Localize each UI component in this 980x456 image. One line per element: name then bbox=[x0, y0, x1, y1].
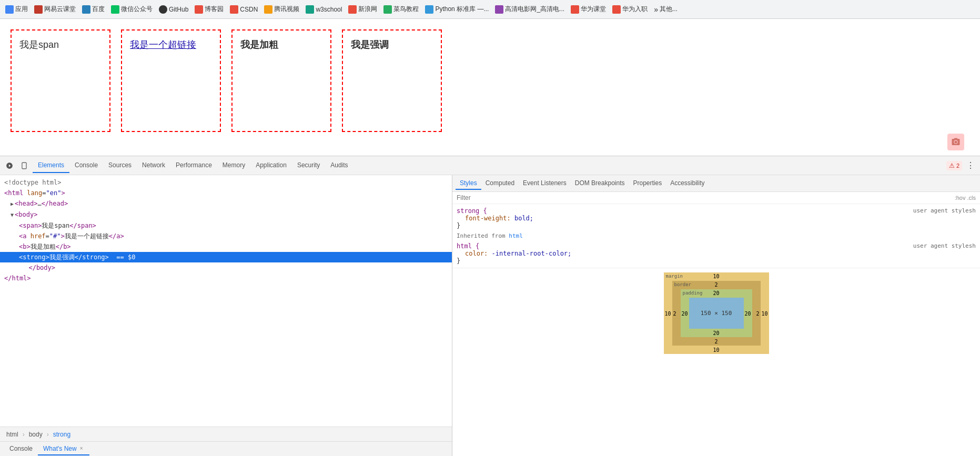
bottom-tab-whats-new[interactable]: What's New × bbox=[38, 443, 89, 455]
box-model-content: 150 × 150 bbox=[689, 298, 744, 329]
favicon-wangyiyun bbox=[34, 5, 43, 14]
span-text: 我是span bbox=[19, 39, 59, 50]
styles-tab-properties[interactable]: Properties bbox=[629, 177, 666, 190]
browser-toolbar: 应用 网易云课堂 百度 微信公众号 GitHub 博客园 CSDN 腾讯视频 w… bbox=[0, 0, 980, 19]
close-whats-new-btn[interactable]: × bbox=[79, 445, 84, 452]
styles-tab-accessibility[interactable]: Accessibility bbox=[666, 177, 709, 190]
code-line-doctype: <!doctype html> bbox=[0, 177, 452, 188]
bold-demo-box: 我是加粗 bbox=[231, 29, 331, 132]
link-text[interactable]: 我是一个超链接 bbox=[130, 39, 196, 50]
bookmark-bokeyuan[interactable]: 博客园 bbox=[191, 4, 227, 15]
tab-application[interactable]: Application bbox=[250, 158, 292, 173]
padding-label-text: padding bbox=[683, 290, 703, 296]
strong-text: 我是强调 bbox=[351, 39, 389, 50]
styles-tabs: Styles Computed Event Listeners DOM Brea… bbox=[452, 175, 980, 192]
padding-bottom-label: 20 bbox=[713, 330, 719, 336]
border-label-text: border bbox=[674, 282, 692, 287]
content-size-label: 150 × 150 bbox=[701, 310, 732, 317]
breadcrumb-sep-1: › bbox=[23, 431, 25, 438]
bookmark-more[interactable]: » 其他... bbox=[651, 4, 681, 15]
devtools-main: <!doctype html> <html lang="en"> ▶<head>… bbox=[0, 175, 980, 456]
device-toggle-btn[interactable] bbox=[18, 159, 31, 172]
tab-performance[interactable]: Performance bbox=[170, 158, 217, 173]
bookmark-github[interactable]: GitHub bbox=[156, 4, 191, 15]
breadcrumb-body[interactable]: body bbox=[27, 430, 45, 439]
code-line-html-close[interactable]: </html> bbox=[0, 273, 452, 283]
border-left-label: 2 bbox=[673, 310, 676, 316]
styles-tab-computed[interactable]: Computed bbox=[481, 177, 519, 190]
screenshot-icon[interactable] bbox=[947, 134, 964, 150]
styles-tab-styles[interactable]: Styles bbox=[456, 177, 481, 190]
code-line-body-close[interactable]: </body> bbox=[0, 262, 452, 273]
bookmark-yingyong[interactable]: 应用 bbox=[2, 4, 31, 15]
padding-left-label: 20 bbox=[682, 310, 688, 316]
padding-right-label: 20 bbox=[744, 310, 751, 316]
box-model-section: 10 10 10 10 margin border 2 2 2 2 bbox=[452, 268, 980, 358]
tab-elements[interactable]: Elements bbox=[33, 158, 69, 173]
favicon-github bbox=[159, 5, 167, 14]
favicon-huawei bbox=[571, 5, 579, 14]
breadcrumb-html[interactable]: html bbox=[4, 430, 21, 439]
bookmark-python[interactable]: Python 标准库 —... bbox=[422, 4, 492, 15]
tab-sources[interactable]: Sources bbox=[103, 158, 137, 173]
inherited-html-link[interactable]: html bbox=[509, 232, 523, 239]
styles-tab-dom-breakpoints[interactable]: DOM Breakpoints bbox=[571, 177, 629, 190]
box-model-padding: padding 20 20 20 20 150 × 150 bbox=[681, 289, 752, 337]
bookmark-w3school[interactable]: w3school bbox=[302, 4, 345, 15]
tab-audits[interactable]: Audits bbox=[325, 158, 353, 173]
bookmark-baidu[interactable]: 百度 bbox=[79, 4, 108, 15]
bookmark-wangyiyun[interactable]: 网易云课堂 bbox=[31, 4, 79, 15]
error-badge: ⚠ 2 bbox=[946, 161, 962, 170]
code-line-anchor[interactable]: <a href="#">我是一个超链接</a> bbox=[0, 231, 452, 241]
box-model-border: border 2 2 2 2 padding 20 20 20 2 bbox=[672, 281, 761, 346]
code-line-body-open[interactable]: ▼<body> bbox=[0, 209, 452, 220]
style-rule-html-selector: html { user agent stylesh bbox=[457, 242, 976, 250]
code-line-strong[interactable]: <strong>我是强调</strong> == $0 bbox=[0, 252, 452, 262]
bottom-tabs-bar: Console What's New × bbox=[0, 441, 452, 456]
svg-point-0 bbox=[954, 140, 957, 143]
bookmark-tengxun[interactable]: 腾讯视频 bbox=[261, 4, 302, 15]
code-line-html[interactable]: <html lang="en"> bbox=[0, 188, 452, 198]
tab-console[interactable]: Console bbox=[69, 158, 103, 173]
page-content: 我是span 我是一个超链接 我是加粗 我是强调 bbox=[0, 19, 980, 156]
styles-filter-hints: :hov .cls bbox=[955, 195, 976, 201]
box-model-margin: 10 10 10 10 margin border 2 2 2 2 bbox=[664, 272, 769, 354]
margin-top-label: 10 bbox=[713, 273, 719, 279]
style-rule-strong: strong { user agent stylesh font-weight:… bbox=[452, 206, 980, 230]
bookmark-gaoqing[interactable]: 高清电影网_高清电... bbox=[492, 4, 568, 15]
favicon-gaoqing bbox=[495, 5, 503, 14]
devtools-topbar: Elements Console Sources Network Perform… bbox=[0, 156, 980, 175]
favicon-csdn bbox=[230, 5, 238, 14]
border-right-label: 2 bbox=[756, 310, 759, 316]
style-rule-strong-close: } bbox=[457, 222, 976, 229]
span-demo-box: 我是span bbox=[11, 29, 110, 132]
bookmark-csdn[interactable]: CSDN bbox=[227, 4, 261, 15]
tab-security[interactable]: Security bbox=[292, 158, 325, 173]
bottom-tab-console[interactable]: Console bbox=[4, 443, 38, 455]
code-line-b[interactable]: <b>我是加粗</b> bbox=[0, 241, 452, 252]
devtools-panel: Elements Console Sources Network Perform… bbox=[0, 156, 980, 456]
tab-network[interactable]: Network bbox=[137, 158, 170, 173]
styles-tab-event-listeners[interactable]: Event Listeners bbox=[519, 177, 571, 190]
inspect-element-btn[interactable] bbox=[3, 159, 16, 172]
devtools-more-btn[interactable]: ⋮ bbox=[964, 159, 977, 172]
breadcrumb-sep-2: › bbox=[47, 431, 49, 438]
style-rule-html: html { user agent stylesh color: -intern… bbox=[452, 241, 980, 266]
favicon-cainiao bbox=[383, 5, 392, 14]
bookmark-weixin[interactable]: 微信公众号 bbox=[108, 4, 156, 15]
code-line-head[interactable]: ▶<head>…</head> bbox=[0, 198, 452, 209]
margin-right-label: 10 bbox=[761, 310, 767, 316]
padding-top-label: 20 bbox=[713, 290, 719, 296]
styles-filter-input[interactable] bbox=[457, 194, 951, 201]
bookmark-huaweiru[interactable]: 华为入职 bbox=[609, 4, 651, 15]
bookmark-cainiao[interactable]: 菜鸟教程 bbox=[380, 4, 422, 15]
styles-panel: Styles Computed Event Listeners DOM Brea… bbox=[452, 175, 980, 456]
tab-memory[interactable]: Memory bbox=[217, 158, 250, 173]
breadcrumb-strong[interactable]: strong bbox=[51, 430, 73, 439]
breadcrumb-bar: html › body › strong bbox=[0, 427, 452, 441]
favicon-tengxun bbox=[264, 5, 272, 14]
border-bottom-label: 2 bbox=[714, 339, 718, 344]
bookmark-xinlang[interactable]: 新浪网 bbox=[345, 4, 380, 15]
bookmark-huawei[interactable]: 华为课堂 bbox=[568, 4, 609, 15]
code-line-span[interactable]: <span>我是span</span> bbox=[0, 220, 452, 231]
